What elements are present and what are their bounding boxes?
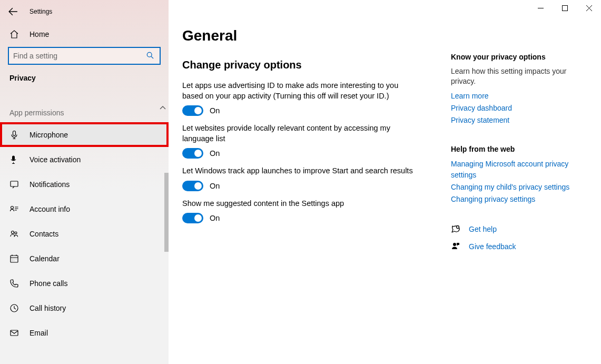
app-permissions-header: App permissions xyxy=(0,90,169,122)
svg-point-11 xyxy=(457,226,459,229)
svg-point-6 xyxy=(15,232,17,234)
call-history-icon xyxy=(9,303,19,313)
svg-rect-10 xyxy=(562,5,567,11)
sidebar-item-microphone[interactable]: Microphone xyxy=(0,122,169,147)
sidebar-scrollbar-thumb[interactable] xyxy=(164,173,169,252)
sidebar-item-label: Email xyxy=(29,329,48,337)
sidebar-item-calendar[interactable]: Calendar xyxy=(0,246,169,271)
help-link[interactable]: Changing my child's privacy settings xyxy=(451,182,588,193)
sidebar-item-label: Call history xyxy=(29,304,66,312)
svg-rect-3 xyxy=(11,181,18,186)
window-title: Settings xyxy=(29,8,52,15)
phone-icon xyxy=(9,279,19,288)
sidebar-item-label: Account info xyxy=(29,205,70,213)
home-icon xyxy=(9,29,19,39)
get-help-link[interactable]: Get help xyxy=(469,224,497,235)
contacts-icon xyxy=(9,229,19,239)
toggle-advertising-id[interactable] xyxy=(182,105,203,116)
privacy-statement-link[interactable]: Privacy statement xyxy=(451,115,588,126)
toggle-language-list[interactable] xyxy=(182,148,203,159)
section-title: Change privacy options xyxy=(182,59,446,71)
give-feedback-link[interactable]: Give feedback xyxy=(469,241,516,252)
content-area: General Change privacy options Let apps … xyxy=(169,0,601,364)
search-icon[interactable] xyxy=(146,52,154,59)
page-title: General xyxy=(182,27,446,44)
sidebar-item-phone-calls[interactable]: Phone calls xyxy=(0,271,169,296)
microphone-icon xyxy=(9,130,19,140)
sidebar-item-call-history[interactable]: Call history xyxy=(0,296,169,320)
sidebar-item-label: Calendar xyxy=(29,254,60,263)
option-description: Let apps use advertising ID to make ads … xyxy=(182,81,414,101)
notifications-icon xyxy=(9,180,19,189)
sidebar-item-label: Microphone xyxy=(29,131,68,139)
get-help-icon xyxy=(451,224,460,234)
svg-point-4 xyxy=(11,206,14,209)
toggle-state-label: On xyxy=(210,214,220,222)
sidebar-item-voice-activation[interactable]: Voice activation xyxy=(0,147,169,172)
svg-point-0 xyxy=(147,52,152,57)
sidebar-item-label: Contacts xyxy=(29,230,58,238)
help-web-heading: Help from the web xyxy=(451,145,588,153)
sidebar: Settings Home Privacy App permissions M xyxy=(0,0,169,364)
help-link[interactable]: Managing Microsoft account privacy setti… xyxy=(451,159,588,181)
sidebar-item-label: Notifications xyxy=(29,180,70,189)
home-label: Home xyxy=(29,30,49,38)
sidebar-item-label: Voice activation xyxy=(29,155,81,164)
sidebar-item-contacts[interactable]: Contacts xyxy=(0,221,169,246)
know-privacy-text: Learn how this setting impacts your priv… xyxy=(451,66,588,86)
sidebar-item-notifications[interactable]: Notifications xyxy=(0,172,169,196)
maximize-button[interactable] xyxy=(553,0,577,16)
email-icon xyxy=(9,328,19,338)
minimize-button[interactable] xyxy=(528,0,553,16)
toggle-state-label: On xyxy=(210,149,220,158)
option-description: Let websites provide locally relevant co… xyxy=(182,123,414,144)
svg-point-12 xyxy=(453,243,456,246)
back-icon[interactable] xyxy=(8,7,18,16)
svg-rect-13 xyxy=(457,243,459,245)
option-description: Let Windows track app launches to improv… xyxy=(182,166,414,176)
chevron-up-icon[interactable] xyxy=(159,104,166,112)
sidebar-item-account-info[interactable]: Account info xyxy=(0,196,169,221)
sidebar-item-label: Phone calls xyxy=(29,279,67,288)
voice-icon xyxy=(9,155,19,164)
account-info-icon xyxy=(9,204,19,214)
close-button[interactable] xyxy=(577,0,601,16)
search-input[interactable] xyxy=(8,47,160,64)
toggle-state-label: On xyxy=(210,182,220,190)
sidebar-item-email[interactable]: Email xyxy=(0,320,169,345)
svg-point-5 xyxy=(12,231,14,233)
calendar-icon xyxy=(9,254,19,263)
toggle-state-label: On xyxy=(210,106,220,115)
svg-rect-1 xyxy=(13,131,16,135)
svg-rect-9 xyxy=(11,330,18,336)
feedback-icon xyxy=(451,242,460,251)
toggle-suggested-content[interactable] xyxy=(182,213,203,223)
learn-more-link[interactable]: Learn more xyxy=(451,91,588,102)
toggle-app-launches[interactable] xyxy=(182,181,203,191)
know-privacy-heading: Know your privacy options xyxy=(451,53,588,61)
help-link[interactable]: Changing privacy settings xyxy=(451,194,588,205)
option-description: Show me suggested content in the Setting… xyxy=(182,199,414,209)
home-nav[interactable]: Home xyxy=(0,23,169,45)
svg-rect-2 xyxy=(12,155,15,160)
privacy-dashboard-link[interactable]: Privacy dashboard xyxy=(451,103,588,114)
privacy-category-title: Privacy xyxy=(0,74,169,90)
